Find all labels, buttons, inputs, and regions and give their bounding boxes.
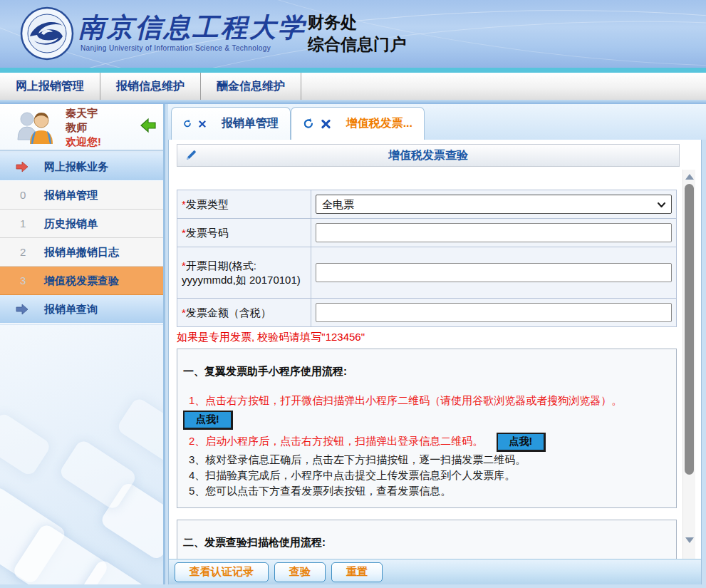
close-tab-icon[interactable]: [199, 119, 206, 129]
field-label-invoice-number: *发票号码: [177, 219, 311, 247]
invoice-form-table: *发票类型 全电票 *发票号码: [177, 190, 677, 327]
collapse-sidebar-arrow-icon[interactable]: [140, 117, 157, 134]
clickme-button-2[interactable]: 点我!: [497, 433, 546, 452]
menu-index: 0: [20, 181, 26, 210]
table-row: *发票号码: [177, 219, 677, 247]
tab-label[interactable]: 增值税发票...: [346, 116, 412, 131]
page-title-bar: 增值税发票查验: [177, 144, 680, 167]
vertical-scrollbar[interactable]: [682, 170, 695, 559]
special-invoice-note: 如果是专用发票, 校验码请填写"123456": [177, 331, 681, 344]
blue-arrow-icon: [16, 304, 28, 315]
instructions-section-2: 二、发票查验扫描枪使用流程: 1、确保网页当前焦点在“发票代码”输入框内! 2、…: [177, 520, 677, 559]
portal-title: 财务处 综合信息门户: [308, 11, 406, 56]
view-auth-records-button[interactable]: 查看认证记录: [175, 562, 269, 582]
sidebar-item-vat-invoice-check[interactable]: 3 增值税发票查验: [0, 267, 163, 295]
table-row: *发票金额（含税）: [177, 299, 677, 327]
portal-title-line2: 综合信息门户: [308, 33, 406, 56]
invoice-date-input[interactable]: [316, 263, 672, 282]
table-row: *开票日期(格式: yyyymmdd,如 20170101): [177, 247, 677, 299]
invoice-type-select[interactable]: 全电票: [316, 195, 672, 214]
sidebar-item-reimbursement-query[interactable]: 报销单查询: [0, 295, 163, 324]
clickme-button-1[interactable]: 点我!: [183, 411, 233, 430]
red-arrow-icon: [16, 161, 28, 172]
menu-index: 2: [20, 238, 26, 267]
user-info: 秦天宇 教师 欢迎您!: [66, 106, 101, 149]
header-banner: 南京信息工程大学 Nanjing University of Informati…: [0, 0, 706, 68]
section1-step3: 3、核对登录信息正确后，点击左下方扫描按钮，逐一扫描发票二维码。: [183, 452, 670, 468]
main-panel: 增值税发票查验 *发票类型 全电票: [168, 140, 702, 584]
field-label-text: 发票号码: [186, 227, 229, 239]
user-welcome: 欢迎您!: [66, 135, 101, 149]
tab-vat-invoice[interactable]: 增值税发票...: [291, 107, 425, 140]
user-panel: 秦天宇 教师 欢迎您!: [0, 104, 163, 151]
university-seal-logo: [20, 6, 74, 61]
chevron-down-icon: [657, 200, 666, 210]
edit-pencil-icon[interactable]: [185, 149, 197, 162]
section1-step4: 4、扫描验真完成后，小程序中点击提交上传发票信息到个人发票库。: [183, 468, 670, 483]
field-label-invoice-date: *开票日期(格式: yyyymmdd,如 20170101): [177, 247, 311, 299]
university-name-en: Nanjing University of Information Scienc…: [81, 44, 271, 52]
invoice-type-selected-value: 全电票: [322, 198, 354, 210]
user-name: 秦天宇: [66, 106, 101, 120]
sidebar-item-label: 历史报销单: [44, 210, 98, 238]
field-label-text: 发票金额（含税）: [186, 306, 271, 319]
sidebar-item-label: 报销单管理: [44, 181, 98, 210]
sidebar-item-label: 报销单查询: [44, 295, 98, 324]
sidebar-item-label: 网上报帐业务: [44, 153, 108, 181]
menu-index: 1: [20, 210, 26, 238]
sidebar-edge: [163, 104, 165, 588]
nav-item-reimbursement-info[interactable]: 报销信息维护: [100, 73, 201, 100]
tab-label[interactable]: 报销单管理: [222, 116, 279, 131]
reset-button[interactable]: 重置: [331, 562, 383, 582]
close-tab-icon[interactable]: [321, 119, 331, 129]
section1-step2: 2、启动小程序后，点击右方按钮，扫描弹出登录信息二维码。 点我!: [183, 433, 670, 452]
section1-step1: 1、点击右方按钮，打开微信扫描弹出小程序二维码（请使用谷歌浏览器或者搜狗浏览器）…: [183, 393, 670, 408]
field-cell: [311, 247, 677, 299]
sidebar-item-reimbursement-mgmt[interactable]: 0 报销单管理: [0, 181, 163, 210]
section1-step5: 5、您可以点击下方查看发票列表按钮，查看发票信息。: [183, 483, 670, 499]
field-label-invoice-type: *发票类型: [177, 190, 311, 219]
page-title: 增值税发票查验: [197, 148, 659, 163]
user-avatar-icon: [16, 110, 57, 145]
field-label-text: 发票类型: [186, 198, 229, 210]
page: 南京信息工程大学 Nanjing University of Informati…: [0, 0, 706, 588]
field-label-invoice-amount: *发票金额（含税）: [177, 299, 311, 327]
scrollbar-down-arrow[interactable]: [685, 537, 694, 543]
table-row: *发票类型 全电票: [177, 190, 677, 219]
instructions-section-1: 一、复翼发票助手小程序使用流程: 1、点击右方按钮，打开微信扫描弹出小程序二维码…: [177, 349, 677, 508]
verify-button[interactable]: 查验: [274, 562, 326, 582]
tab-reimbursement-mgmt[interactable]: 报销单管理: [171, 107, 291, 140]
sidebar-item-label: 增值税发票查验: [44, 267, 119, 295]
refresh-tab-icon[interactable]: [183, 118, 192, 130]
nav-item-remuneration-info[interactable]: 酬金信息维护: [201, 73, 301, 100]
section1-step2-text: 2、启动小程序后，点击右方按钮，扫描弹出登录信息二维码。: [189, 435, 483, 447]
nav-item-online-reimbursement[interactable]: 网上报销管理: [0, 73, 100, 100]
scrollbar-up-arrow[interactable]: [685, 174, 694, 180]
sidebar-item-online-accounting[interactable]: 网上报帐业务: [0, 153, 163, 181]
clickme-button-row: 点我!: [183, 411, 670, 430]
user-role: 教师: [66, 120, 101, 135]
university-name-cn: 南京信息工程大学: [78, 10, 306, 46]
header-divider: [0, 68, 706, 73]
field-cell: [311, 299, 677, 327]
sidebar-item-history[interactable]: 1 历史报销单: [0, 210, 163, 238]
sidebar-item-label: 报销单撤销日志: [44, 238, 119, 267]
field-cell: [311, 219, 677, 247]
sidebar: 秦天宇 教师 欢迎您! 网上报帐业务 0 报销单管理 1 历史报销单: [0, 104, 165, 588]
scrollbar-thumb[interactable]: [685, 184, 694, 475]
sidebar-keyboard-watermark: [0, 325, 163, 588]
sidebar-menu: 网上报帐业务 0 报销单管理 1 历史报销单 2 报销单撤销日志 3 增值税发票…: [0, 153, 163, 324]
invoice-number-input[interactable]: [316, 223, 672, 242]
refresh-tab-icon[interactable]: [303, 118, 314, 130]
section2-title: 二、发票查验扫描枪使用流程:: [183, 536, 670, 550]
footer-action-bar: 查看认证记录 查验 重置: [169, 559, 701, 584]
tab-bar: 报销单管理 增值税发票...: [168, 104, 706, 140]
bottom-strip: [0, 584, 706, 588]
field-label-text: 开票日期(格式: yyyymmdd,如 20170101): [182, 259, 301, 286]
invoice-amount-input[interactable]: [316, 303, 672, 322]
sidebar-item-revoke-log[interactable]: 2 报销单撤销日志: [0, 238, 163, 267]
portal-title-line1: 财务处: [308, 11, 406, 33]
form-content: *发票类型 全电票 *发票号码: [177, 170, 681, 559]
menu-index: 3: [20, 267, 26, 295]
section1-title: 一、复翼发票助手小程序使用流程:: [183, 365, 670, 378]
